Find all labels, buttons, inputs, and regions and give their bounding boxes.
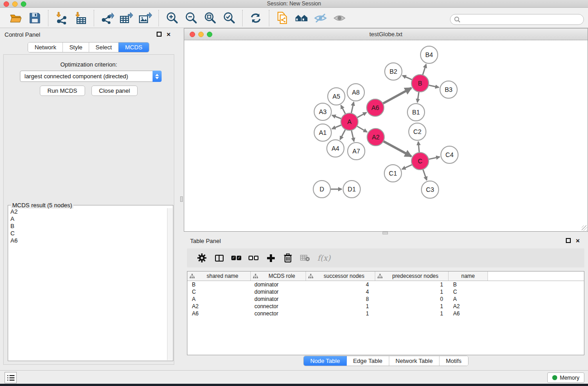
tab-network-table[interactable]: Network Table [389, 356, 440, 366]
cell-predecessor-nodes[interactable]: 1 [375, 310, 449, 317]
duplicate-network-icon[interactable] [276, 11, 289, 25]
create-column-icon[interactable] [264, 252, 277, 264]
tab-select[interactable]: Select [89, 43, 119, 52]
cell-name[interactable]: A [449, 295, 488, 303]
show-panel-icon[interactable] [333, 11, 346, 25]
show-columns-icon[interactable] [213, 252, 225, 264]
unselect-all-columns-icon[interactable] [247, 252, 260, 264]
edge-B-B2[interactable] [402, 76, 412, 80]
cell-shared-name[interactable]: B [187, 281, 251, 288]
cell-shared-name[interactable]: A2 [187, 303, 251, 310]
node-table[interactable]: shared nameMCDS rolesuccessor nodesprede… [187, 271, 584, 355]
cell-predecessor-nodes[interactable]: 1 [375, 288, 449, 295]
edge-C-C4[interactable] [429, 157, 440, 159]
cell-predecessor-nodes[interactable]: 1 [375, 303, 449, 310]
cell-name[interactable]: A6 [449, 310, 488, 317]
zoom-window-button[interactable] [21, 1, 26, 7]
task-history-button[interactable] [5, 372, 17, 383]
memory-button[interactable]: Memory [547, 372, 584, 383]
cell-name[interactable]: B [449, 281, 488, 288]
zoom-in-icon[interactable] [165, 11, 179, 25]
zoom-selected-icon[interactable] [222, 11, 236, 25]
close-panel-button[interactable]: Close panel [91, 86, 138, 96]
column-header-predecessor-nodes[interactable]: predecessor nodes [375, 272, 449, 281]
import-network-icon[interactable] [55, 11, 68, 25]
cell-predecessor-nodes[interactable]: 1 [375, 281, 449, 288]
result-item[interactable]: B [9, 223, 167, 230]
open-session-icon[interactable] [9, 11, 23, 25]
minimize-network-button[interactable] [198, 32, 204, 37]
table-row[interactable]: Cdominator41C [187, 288, 584, 295]
cell-MCDS-role[interactable]: dominator [251, 295, 306, 303]
edge-B-B1[interactable] [417, 92, 419, 102]
search-field[interactable] [450, 14, 584, 25]
edge-C-C3[interactable] [423, 169, 426, 180]
edge-A-A4[interactable] [340, 129, 345, 140]
cell-successor-nodes[interactable]: 1 [306, 310, 375, 317]
cell-name[interactable]: C [449, 288, 488, 295]
result-item[interactable]: A6 [9, 237, 167, 244]
tab-node-table[interactable]: Node Table [304, 356, 347, 366]
hide-panel-icon[interactable] [314, 11, 327, 25]
zoom-out-icon[interactable] [184, 11, 198, 25]
tab-mcds[interactable]: MCDS [119, 43, 148, 52]
table-row[interactable]: Adominator80A [187, 295, 584, 303]
first-neighbors-icon[interactable] [295, 11, 308, 25]
result-item[interactable]: C [9, 230, 167, 237]
edge-A-A8[interactable] [351, 102, 354, 114]
search-input[interactable] [463, 16, 576, 23]
zoom-fit-icon[interactable] [203, 11, 217, 25]
result-item[interactable]: A [9, 215, 167, 223]
column-header-successor-nodes[interactable]: successor nodes [306, 272, 375, 281]
result-item[interactable]: A2 [9, 208, 167, 215]
table-row[interactable]: A6connector11A6 [187, 310, 584, 317]
delete-columns-icon[interactable] [282, 252, 294, 264]
cell-predecessor-nodes[interactable]: 0 [375, 295, 449, 303]
save-session-icon[interactable] [28, 11, 42, 25]
cell-MCDS-role[interactable]: dominator [251, 281, 306, 288]
cell-successor-nodes[interactable]: 4 [306, 288, 375, 295]
column-header-name[interactable]: name [449, 272, 488, 281]
close-window-button[interactable] [4, 1, 9, 7]
export-table-icon[interactable] [120, 11, 133, 25]
edge-C-C1[interactable] [402, 165, 412, 169]
export-image-icon[interactable] [139, 11, 152, 25]
minimize-window-button[interactable] [12, 1, 18, 7]
edge-B-B4[interactable] [423, 64, 426, 75]
cell-successor-nodes[interactable]: 4 [306, 281, 375, 288]
edge-A-A1[interactable] [332, 125, 341, 129]
column-header-MCDS-role[interactable]: MCDS role [251, 272, 306, 281]
cell-name[interactable]: A2 [449, 303, 488, 310]
edge-C-C2[interactable] [418, 142, 419, 152]
float-table-panel-icon[interactable] [566, 238, 572, 244]
table-row[interactable]: Bdominator41B [187, 281, 584, 288]
panel-divider-handle[interactable] [180, 196, 183, 202]
export-network-icon[interactable] [100, 11, 114, 25]
edge-B-B3[interactable] [429, 85, 439, 87]
cell-shared-name[interactable]: C [187, 288, 251, 295]
panel-divider-handle[interactable] [382, 232, 388, 234]
cell-shared-name[interactable]: A6 [187, 310, 251, 317]
close-table-panel-icon[interactable]: × [576, 238, 582, 244]
tab-network[interactable]: Network [28, 43, 63, 52]
edge-A-A2[interactable] [357, 126, 367, 132]
tab-style[interactable]: Style [63, 43, 89, 52]
cell-MCDS-role[interactable]: dominator [251, 288, 306, 295]
cell-successor-nodes[interactable]: 8 [306, 295, 375, 303]
mcds-result-list[interactable]: A2ABCA6 [9, 208, 167, 360]
edge-A-A3[interactable] [332, 115, 342, 119]
network-canvas[interactable]: B4B2BB3A8A5A6A3B1AC2A1A2A4A7C4CC1C3DD1 [184, 40, 588, 231]
cell-MCDS-role[interactable]: connector [251, 310, 306, 317]
cell-successor-nodes[interactable]: 1 [306, 303, 375, 310]
close-panel-icon[interactable]: × [167, 32, 172, 38]
table-options-icon[interactable] [196, 252, 208, 264]
close-network-button[interactable] [190, 32, 195, 37]
import-table-icon[interactable] [74, 11, 87, 25]
network-window-titlebar[interactable]: testGlobe.txt [184, 29, 588, 40]
cell-MCDS-role[interactable]: connector [251, 303, 306, 310]
edge-A2-C[interactable] [383, 141, 411, 156]
edge-A-A6[interactable] [357, 113, 367, 118]
cell-shared-name[interactable]: A [187, 295, 251, 303]
refresh-icon[interactable] [249, 11, 263, 25]
table-row[interactable]: A2connector11A2 [187, 303, 584, 310]
